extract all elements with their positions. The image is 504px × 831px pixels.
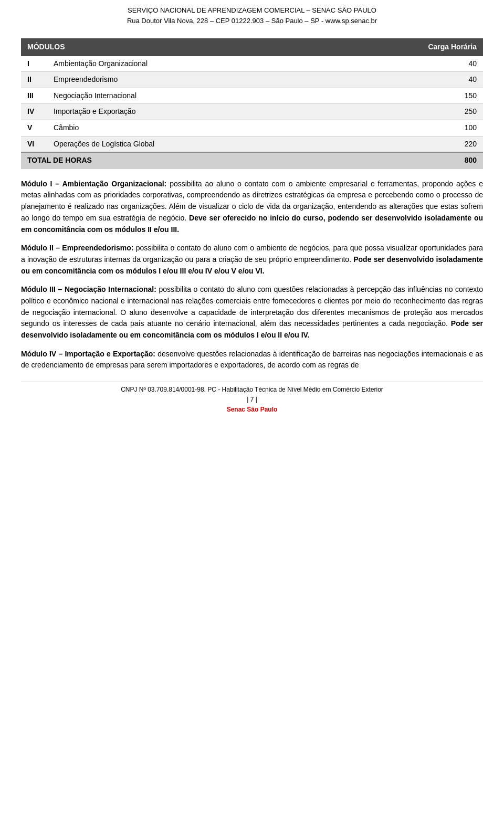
modules-table: MÓDULOS Carga Horária I Ambientação Orga…: [21, 38, 483, 169]
header-line1: SERVIÇO NACIONAL DE APRENDIZAGEM COMERCI…: [21, 5, 483, 16]
page-header: SERVIÇO NACIONAL DE APRENDIZAGEM COMERCI…: [21, 0, 483, 30]
header-line2: Rua Doutor Vila Nova, 228 – CEP 01222.90…: [21, 16, 483, 26]
module-hours: 40: [410, 56, 483, 72]
module-hours: 220: [410, 136, 483, 152]
modulo2-paragraph: Módulo II – Empreendedorismo: possibilit…: [21, 243, 483, 277]
roman-numeral: V: [21, 120, 47, 136]
modulo3-intro: p: [156, 285, 163, 293]
modulo1-paragraph: Módulo I – Ambientação Organizacional: p…: [21, 178, 483, 235]
footer-senac-link[interactable]: Senac São Paulo: [227, 406, 278, 413]
modulo4-title: Módulo IV – Importação e Exportação:: [21, 350, 155, 358]
module-hours: 150: [410, 88, 483, 104]
modulo2-title: Módulo II – Empreendedorismo:: [21, 244, 133, 252]
roman-numeral: I: [21, 56, 47, 72]
module-name: Empreendedorismo: [47, 72, 410, 88]
footer-senac: Senac São Paulo: [21, 405, 483, 414]
roman-numeral: IV: [21, 104, 47, 120]
total-label: TOTAL DE HORAS: [21, 152, 410, 169]
table-row: II Empreendedorismo 40: [21, 72, 483, 88]
module-name: Operações de Logística Global: [47, 136, 410, 152]
footer-page-number: | 7 |: [21, 395, 483, 404]
roman-numeral: II: [21, 72, 47, 88]
table-header-modules: MÓDULOS: [21, 38, 410, 56]
module-name: Câmbio: [47, 120, 410, 136]
modulo4-paragraph: Módulo IV – Importação e Exportação: des…: [21, 349, 483, 371]
total-row: TOTAL DE HORAS 800: [21, 152, 483, 169]
modulo3-title: Módulo III – Negociação Internacional:: [21, 285, 156, 293]
table-row: VI Operações de Logística Global 220: [21, 136, 483, 152]
module-hours: 40: [410, 72, 483, 88]
table-header-hours: Carga Horária: [410, 38, 483, 56]
module-name: Ambientação Organizacional: [47, 56, 410, 72]
footer-cnpj: CNPJ Nº 03.709.814/0001-98. PC - Habilit…: [21, 385, 483, 394]
roman-numeral: III: [21, 88, 47, 104]
module-hours: 250: [410, 104, 483, 120]
table-row: IV Importação e Exportação 250: [21, 104, 483, 120]
table-row: III Negociação Internacional 150: [21, 88, 483, 104]
table-row: V Câmbio 100: [21, 120, 483, 136]
module-name: Negociação Internacional: [47, 88, 410, 104]
roman-numeral: VI: [21, 136, 47, 152]
module-name: Importação e Exportação: [47, 104, 410, 120]
module-hours: 100: [410, 120, 483, 136]
page-footer: CNPJ Nº 03.709.814/0001-98. PC - Habilit…: [21, 382, 483, 414]
modulo1-title: Módulo I – Ambientação Organizacional:: [21, 180, 166, 188]
table-row: I Ambientação Organizacional 40: [21, 56, 483, 72]
modulo3-paragraph: Módulo III – Negociação Internacional: p…: [21, 284, 483, 341]
total-hours: 800: [410, 152, 483, 169]
